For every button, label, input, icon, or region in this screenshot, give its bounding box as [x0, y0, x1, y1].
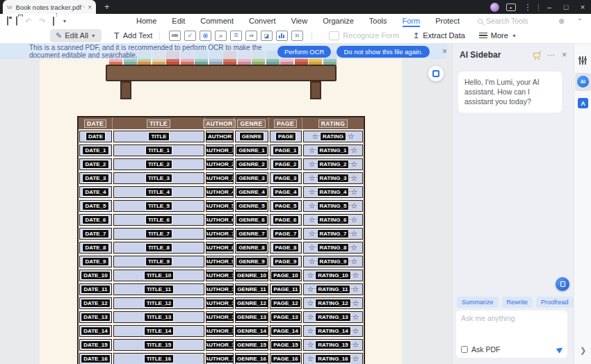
star-icon[interactable]: ☆: [309, 160, 316, 168]
title-form-field[interactable]: TITLE_15: [113, 339, 204, 351]
barcode-field-icon[interactable]: [276, 31, 288, 41]
summarize-chip[interactable]: Summarize: [457, 297, 499, 308]
print-icon[interactable]: [16, 17, 17, 25]
star-icon[interactable]: ☆: [350, 244, 357, 251]
menu-protect[interactable]: Protect: [435, 15, 460, 27]
author-form-field[interactable]: AUTHOR_3: [206, 172, 234, 184]
title-form-field[interactable]: TITLE_16: [113, 353, 204, 364]
page-form-field[interactable]: PAGE_13: [270, 311, 302, 323]
author-form-field[interactable]: AUTHOR_6: [206, 214, 234, 226]
genre-form-field[interactable]: GENRE_9: [235, 256, 268, 267]
rating-form-field[interactable]: ☆☆RATING_1☆☆: [303, 144, 363, 156]
notification-close-icon[interactable]: ×: [442, 47, 447, 56]
rewrite-chip[interactable]: Rewrite: [502, 297, 533, 308]
author-form-field[interactable]: AUTHOR: [206, 131, 234, 142]
star-icon[interactable]: ☆: [307, 272, 314, 279]
star-icon[interactable]: ☆: [348, 133, 355, 140]
collapse-sidebar-icon[interactable]: ❯: [580, 346, 586, 355]
translate-icon[interactable]: A: [578, 98, 588, 108]
genre-form-field[interactable]: GENRE_2: [235, 158, 268, 170]
save-icon[interactable]: [7, 17, 8, 25]
title-form-field[interactable]: TITLE_13: [113, 311, 204, 323]
collapse-toolbar-icon[interactable]: ⌃: [577, 17, 583, 25]
author-form-field[interactable]: AUTHOR_7: [206, 228, 234, 240]
date-form-field[interactable]: DATE_14: [79, 325, 112, 337]
page-form-field[interactable]: PAGE_7: [270, 228, 302, 240]
button-field-icon[interactable]: ok: [245, 31, 257, 41]
author-form-field[interactable]: AUTHOR_4: [206, 186, 234, 198]
close-button[interactable]: ×: [574, 0, 591, 14]
menu-view[interactable]: View: [291, 15, 308, 27]
redo-icon[interactable]: ↷: [39, 17, 45, 25]
rating-form-field[interactable]: ☆☆RATING_6☆☆: [303, 214, 363, 226]
author-form-field[interactable]: AUTHOR_1: [206, 311, 234, 323]
undo-icon[interactable]: ↶: [25, 17, 31, 25]
list-box-field-icon[interactable]: ☰: [230, 31, 242, 41]
title-form-field[interactable]: TITLE_3: [113, 172, 204, 184]
title-form-field[interactable]: TITLE_14: [113, 325, 204, 337]
page-view-widget-button[interactable]: [428, 66, 444, 81]
rating-form-field[interactable]: ☆☆RATING_13☆☆: [303, 311, 363, 323]
genre-form-field[interactable]: GENRE_7: [235, 228, 268, 240]
date-form-field[interactable]: DATE_5: [79, 200, 112, 212]
rating-form-field[interactable]: ☆☆RATING_3☆☆: [303, 172, 363, 184]
star-icon[interactable]: ☆: [307, 327, 314, 335]
add-text-button[interactable]: T Add Text: [114, 31, 153, 41]
star-icon[interactable]: ☆: [309, 147, 316, 154]
extract-data-button[interactable]: ↥ Extract Data: [413, 31, 465, 40]
rating-form-field[interactable]: ☆☆RATING_2☆☆: [303, 158, 363, 170]
rating-form-field[interactable]: ☆☆RATING_14☆☆: [303, 325, 363, 337]
page-form-field[interactable]: PAGE_1: [270, 144, 302, 156]
sidebar-close-icon[interactable]: ×: [562, 50, 567, 60]
page-form-field[interactable]: PAGE: [270, 131, 302, 142]
sidebar-more-icon[interactable]: ⋯: [547, 51, 555, 60]
menu-home[interactable]: Home: [136, 15, 156, 27]
star-icon[interactable]: ☆: [307, 286, 314, 293]
menu-edit[interactable]: Edit: [172, 15, 185, 27]
date-field-icon[interactable]: 31: [291, 31, 303, 41]
properties-icon[interactable]: [579, 56, 586, 65]
star-icon[interactable]: ☆: [309, 216, 316, 224]
page-form-field[interactable]: PAGE_8: [270, 242, 302, 254]
rating-form-field[interactable]: ☆☆RATING_10☆☆: [303, 270, 363, 281]
author-form-field[interactable]: AUTHOR_1: [206, 353, 234, 364]
ai-quick-widget-button[interactable]: [556, 277, 569, 291]
page-form-field[interactable]: PAGE_12: [270, 297, 302, 309]
checkbox-field-icon[interactable]: ✓: [184, 31, 196, 41]
date-form-field[interactable]: DATE_11: [79, 283, 112, 295]
genre-form-field[interactable]: GENRE_11: [235, 283, 268, 295]
star-icon[interactable]: ☆: [350, 202, 357, 210]
page-form-field[interactable]: PAGE_5: [270, 200, 302, 212]
star-icon[interactable]: ☆: [307, 299, 314, 307]
star-icon[interactable]: ☆: [353, 272, 359, 279]
star-icon[interactable]: ☆: [309, 188, 316, 196]
minimize-button[interactable]: –: [541, 0, 558, 14]
page-form-field[interactable]: PAGE_4: [270, 186, 302, 198]
ask-pdf-checkbox[interactable]: [461, 346, 468, 353]
title-form-field[interactable]: TITLE_5: [113, 200, 204, 212]
genre-form-field[interactable]: GENRE_16: [235, 353, 268, 364]
share-icon[interactable]: [53, 17, 54, 25]
author-form-field[interactable]: AUTHOR_5: [206, 200, 234, 212]
perform-ocr-button[interactable]: Perform OCR: [277, 46, 332, 58]
star-icon[interactable]: ☆: [352, 286, 359, 293]
rating-form-field[interactable]: ☆☆RATING_4☆☆: [303, 186, 363, 198]
title-form-field[interactable]: TITLE_8: [113, 242, 204, 254]
new-tab-button[interactable]: +: [104, 1, 110, 12]
author-form-field[interactable]: AUTHOR_1: [206, 144, 234, 156]
date-form-field[interactable]: DATE_8: [79, 242, 112, 254]
author-form-field[interactable]: AUTHOR_1: [206, 339, 234, 351]
page-form-field[interactable]: PAGE_2: [270, 158, 302, 170]
author-form-field[interactable]: AUTHOR_8: [206, 242, 234, 254]
star-icon[interactable]: ☆: [350, 174, 357, 182]
star-icon[interactable]: ☆: [309, 174, 316, 182]
star-icon[interactable]: ☆: [307, 341, 314, 349]
page-form-field[interactable]: PAGE_6: [270, 214, 302, 226]
star-icon[interactable]: ☆: [350, 188, 357, 196]
search-tools-input[interactable]: Search Tools: [478, 17, 528, 25]
title-form-field[interactable]: TITLE_7: [113, 228, 204, 240]
date-form-field[interactable]: DATE_9: [79, 256, 112, 267]
document-tab[interactable]: W Book notes tracker.pdf * ×: [3, 0, 96, 14]
ai-assistant-icon[interactable]: AI: [577, 76, 589, 88]
page-form-field[interactable]: PAGE_9: [270, 256, 302, 267]
